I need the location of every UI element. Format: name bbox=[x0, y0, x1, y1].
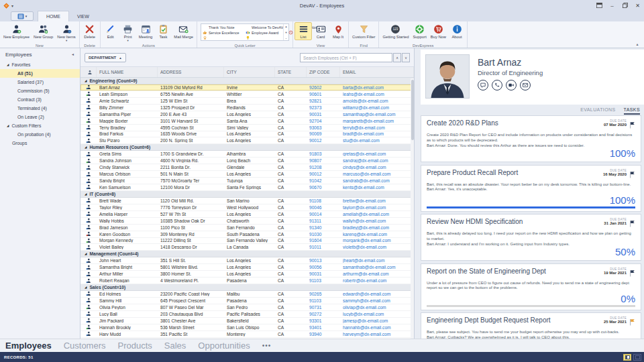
edit-button[interactable]: Edit bbox=[102, 22, 119, 40]
nav-item-opportunities[interactable]: Opportunities bbox=[198, 341, 250, 351]
employee-row-amelia-harper[interactable]: Amelia Harper527 W 7th StLos AngelesCA90… bbox=[80, 211, 414, 218]
delete-button[interactable]: Delete bbox=[81, 22, 99, 40]
column-header-email[interactable]: EMAIL bbox=[340, 67, 414, 77]
nav-item-products[interactable]: Products bbox=[118, 341, 152, 351]
zip-link-cell[interactable]: 91108 bbox=[307, 198, 340, 203]
task-card-engineering-dept-budget-request-report[interactable]: Engineering Dept Budget Request ReportDU… bbox=[421, 312, 641, 339]
email-link-cell[interactable]: samanthab@dx-email.com bbox=[340, 265, 414, 269]
zip-link-cell[interactable]: 90013 bbox=[307, 258, 340, 263]
employee-row-billy-zimmer[interactable]: Billy Zimmer1325 Prospect DrRedlandsCA92… bbox=[80, 105, 414, 111]
zip-link-cell[interactable]: 90731 bbox=[307, 305, 340, 310]
gallery-item-service-excellence[interactable]: Service Excellence bbox=[203, 30, 246, 36]
email-link-cell[interactable]: margaretb@dx-email.com bbox=[340, 119, 414, 123]
zip-link-cell[interactable]: 92602 bbox=[307, 85, 340, 90]
email-link-cell[interactable]: samanthap@dx-email.com bbox=[340, 112, 414, 117]
email-link-cell[interactable]: bradf@dx-email.com bbox=[340, 131, 414, 136]
sidebar-section-groups[interactable]: Groups bbox=[0, 139, 80, 147]
file-menu-button[interactable]: ▾ bbox=[11, 11, 34, 21]
sidebar-section-favorites[interactable]: ◢Favorites bbox=[0, 60, 80, 69]
email-link-cell[interactable]: kents@dx-email.com bbox=[340, 185, 414, 190]
zip-link-cell[interactable]: 91103 bbox=[307, 278, 340, 283]
print-button[interactable]: Print▾ bbox=[119, 22, 137, 43]
employee-row-samantha-bright[interactable]: Samantha Bright5801 Wilshire Blvd.Los An… bbox=[80, 264, 414, 271]
gallery-item-employee-award[interactable]: Employee Award bbox=[246, 30, 288, 36]
employee-row-stu-pizaro[interactable]: Stu Pizaro200 N. Spring StLos AngelesCA9… bbox=[80, 137, 414, 144]
employee-row-sandra-johnson[interactable]: Sandra Johnson4600 N Virginia Rd.Long Be… bbox=[80, 158, 414, 164]
map-it-button[interactable]: Map It bbox=[329, 22, 347, 40]
employee-row-maggie-boxter[interactable]: Maggie Boxter3101 W Harvard StSanta AnaC… bbox=[80, 118, 414, 125]
zip-link-cell[interactable]: 91803 bbox=[307, 152, 340, 156]
employee-row-karen-goodson[interactable]: Karen Goodson309 Monterey RdSouth Pasade… bbox=[80, 231, 414, 238]
tab-tasks[interactable]: TASKS bbox=[624, 107, 640, 115]
column-header-state[interactable]: STATE bbox=[275, 67, 307, 77]
zip-link-cell[interactable]: 93401 bbox=[307, 325, 340, 330]
employee-row-robert-reagan[interactable]: Robert Reagan4 Westmoreland Pl.PasadenaC… bbox=[80, 278, 414, 284]
email-link-cell[interactable]: stu@dx-email.com bbox=[340, 138, 414, 143]
list-button[interactable]: List bbox=[294, 22, 312, 40]
email-link-cell[interactable]: marcuso@dx-email.com bbox=[340, 172, 414, 176]
email-link-cell[interactable]: jheart@dx-email.com bbox=[340, 258, 414, 263]
zip-link-cell[interactable]: 90012 bbox=[307, 172, 340, 176]
column-header-zip-code[interactable]: ZIP CODE bbox=[307, 67, 340, 77]
sidebar-item-on-probation-4[interactable]: On probation (4) bbox=[0, 130, 80, 139]
zip-link-cell[interactable]: 91011 bbox=[307, 245, 340, 249]
email-link-cell[interactable]: hannahb@dx-email.com bbox=[340, 325, 414, 330]
employee-row-cindy-stanwick[interactable]: Cindy Stanwick2211 Bonita Dr.GlendaleCA9… bbox=[80, 164, 414, 171]
sidebar-section-custom-filters[interactable]: ◢Custom Filters bbox=[0, 121, 80, 130]
email-link-cell[interactable]: jamesp@dx-email.com bbox=[340, 318, 414, 323]
zip-link-cell[interactable]: 90014 bbox=[307, 212, 340, 217]
employee-row-arthur-miller[interactable]: Arthur Miller3800 Homer St.Los AngelesCA… bbox=[80, 271, 414, 278]
zip-link-cell[interactable]: 90031 bbox=[307, 272, 340, 276]
mail-icon[interactable] bbox=[520, 80, 531, 90]
search-next-icon[interactable]: ∨ bbox=[402, 53, 410, 62]
zip-link-cell[interactable]: 93301 bbox=[307, 318, 340, 323]
qat-dropdown-icon[interactable]: ▾ bbox=[11, 3, 13, 8]
task-card-prepare-product-recall-report[interactable]: Prepare Product Recall ReportDUE DATE16 … bbox=[421, 165, 641, 212]
email-link-cell[interactable]: terryb@dx-email.com bbox=[340, 125, 414, 130]
email-link-cell[interactable]: leahs@dx-email.com bbox=[340, 92, 414, 97]
zip-link-cell[interactable]: 91604 bbox=[307, 238, 340, 243]
tree-expand-icon[interactable]: ◢ bbox=[7, 63, 9, 66]
gallery-down-icon[interactable]: ▼ bbox=[285, 31, 288, 34]
group-row-sales-count-10[interactable]: ◢Sales (Count=10) bbox=[80, 284, 414, 291]
employee-row-bart-arnaz[interactable]: Bart Arnaz13109 Old Myford RdIrvineCA926… bbox=[80, 84, 414, 91]
close-button[interactable]: ✕ bbox=[631, 1, 644, 10]
employee-row-terry-bradley[interactable]: Terry Bradley4595 Cochran StSimi ValleyC… bbox=[80, 125, 414, 131]
email-link-cell[interactable]: arnolds@dx-email.com bbox=[340, 99, 414, 103]
minimize-button[interactable]: – bbox=[606, 1, 619, 10]
task-card-review-new-hdmi-specification[interactable]: Review New HDMI SpecificationDUE DATE31 … bbox=[421, 214, 641, 261]
email-link-cell[interactable]: robertr@dx-email.com bbox=[340, 278, 414, 283]
gallery-item-thank-you-note[interactable]: Thank You Note bbox=[203, 25, 246, 30]
zip-link-cell[interactable]: 90601 bbox=[307, 92, 340, 97]
search-prev-icon[interactable]: ∧ bbox=[393, 53, 401, 62]
email-link-cell[interactable]: williamz@dx-email.com bbox=[340, 105, 414, 110]
employee-row-jim-packard[interactable]: Jim Packard3801 Chester AveBakersfieldCA… bbox=[80, 318, 414, 324]
email-link-cell[interactable]: bradleyj@dx-email.com bbox=[340, 225, 414, 230]
new-items-button[interactable]: New Items▾ bbox=[55, 22, 77, 43]
task-button[interactable]: Task bbox=[154, 22, 172, 40]
scrollbar-thumb[interactable] bbox=[411, 80, 414, 140]
zip-link-cell[interactable]: 91103 bbox=[307, 298, 340, 303]
zip-link-cell[interactable]: 91208 bbox=[307, 165, 340, 170]
employee-row-taylor-riley[interactable]: Taylor Riley7776 Torreyson DrWest Hollyw… bbox=[80, 204, 414, 211]
quick-letter-gallery[interactable]: Thank You NoteService ExcellenceWelcome … bbox=[201, 23, 289, 41]
gallery-scroll-arrows[interactable]: ▲▼⌄ bbox=[283, 24, 288, 40]
card-button[interactable]: Card bbox=[312, 22, 329, 40]
email-link-cell[interactable]: sandraj@dx-email.com bbox=[340, 158, 414, 163]
column-header-city[interactable]: CITY bbox=[224, 67, 275, 77]
sidebar-collapse-icon[interactable]: ◄ bbox=[71, 52, 74, 56]
zip-link-cell[interactable]: 91340 bbox=[307, 225, 340, 230]
phone-icon[interactable] bbox=[492, 80, 502, 90]
zip-link-cell[interactable]: 90031 bbox=[307, 112, 340, 117]
zip-link-cell[interactable]: 93063 bbox=[307, 125, 340, 130]
email-link-cell[interactable]: barta@dx-email.com bbox=[340, 85, 414, 90]
buy-now-button[interactable]: Buy Now bbox=[429, 22, 448, 40]
support-button[interactable]: Support bbox=[411, 22, 428, 40]
group-row-human-resources-count-6[interactable]: ◢Human Resources (Count=6) bbox=[80, 144, 414, 151]
email-link-cell[interactable]: violetb@dx-email.com bbox=[340, 245, 414, 249]
panel-toggle-icon[interactable] bbox=[633, 354, 641, 361]
zip-link-cell[interactable]: 92373 bbox=[307, 105, 340, 110]
ribbon-tab-home[interactable]: HOME bbox=[38, 11, 69, 21]
email-link-cell[interactable]: gretas@dx-email.com bbox=[340, 152, 414, 156]
zip-link-cell[interactable]: 93940 bbox=[307, 332, 340, 337]
